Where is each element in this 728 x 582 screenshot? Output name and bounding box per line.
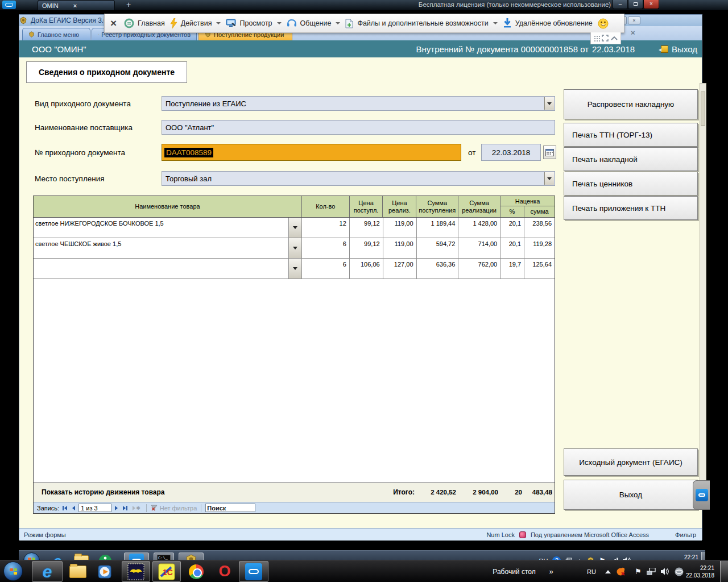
teamviewer-panel-grip[interactable]: [693, 480, 710, 510]
table-row[interactable]: 6 106,06 127,00 636,36 762,00 19,7 125,6…: [34, 259, 555, 279]
app-emblem-icon: [19, 16, 27, 24]
avast-tray-icon[interactable]: [616, 567, 626, 576]
collapse-chevron-icon[interactable]: [611, 36, 618, 40]
location-label: Место поступления: [35, 174, 105, 183]
toolbar-update-button[interactable]: Удалённое обновление: [503, 18, 593, 28]
print-price-tags-button[interactable]: Печать ценников: [564, 172, 698, 196]
doc-type-combo[interactable]: Поступление из ЕГАИС: [162, 96, 555, 111]
no-filter-label[interactable]: Нет фильтра: [160, 505, 197, 512]
toolbar-actions-button[interactable]: Действия: [170, 18, 221, 28]
doc-type-label: Вид приходного документа: [35, 99, 131, 108]
toolbar-close-icon[interactable]: ×: [110, 17, 117, 30]
fullscreen-icon[interactable]: [602, 35, 609, 41]
print-invoice-button[interactable]: Печать накладной: [564, 147, 698, 171]
desktop-toolbar-chevron[interactable]: »: [546, 561, 556, 582]
doc-number-text: Внутренний № документа 000000001858 от: [416, 44, 589, 54]
media-player-icon: [97, 564, 113, 580]
new-session-tab-button[interactable]: +: [121, 0, 136, 10]
search-input[interactable]: [205, 504, 255, 512]
table-header-row: Наименование товара Кол-во Цена поступл.…: [34, 196, 555, 218]
form-exit-button[interactable]: Выход: [564, 480, 698, 510]
local-teamviewer-button[interactable]: [239, 561, 268, 582]
drag-grip-icon[interactable]: [594, 35, 600, 41]
doc-date-field[interactable]: 22.03.2018: [481, 144, 541, 161]
local-tray-icons: ⚑: [635, 560, 684, 582]
window-close-button[interactable]: ×: [643, 0, 659, 9]
record-position[interactable]: 1 из 3: [78, 504, 111, 512]
table-row[interactable]: светлое ЧЕШСКОЕ живое 1,5 6 99,12 119,00…: [34, 238, 555, 259]
monitor-icon: [226, 19, 236, 28]
local-chrome-button[interactable]: [183, 561, 209, 582]
local-show-desktop-button[interactable]: [720, 561, 728, 582]
tab-emblem-icon: [28, 31, 35, 38]
toolbar-files-button[interactable]: Файлы и дополнительные возможности: [345, 19, 497, 28]
last-record-button[interactable]: [121, 505, 129, 511]
local-1c-button[interactable]: 1С: [152, 561, 181, 582]
network-tray-icon[interactable]: [647, 568, 656, 575]
header-exit-button[interactable]: Выход: [672, 44, 697, 54]
show-hidden-icons-button[interactable]: [605, 570, 611, 573]
toolbar-communicate-button[interactable]: Общение: [287, 19, 341, 28]
previous-record-button[interactable]: [71, 505, 77, 511]
local-media-player-button[interactable]: [92, 561, 118, 582]
local-ie-button[interactable]: e: [32, 561, 63, 582]
phone-chat-icon: [287, 19, 297, 28]
total-markup-pct: 20: [502, 489, 522, 496]
access-status-bar: Режим формы Num Lock Под управлением Mic…: [19, 528, 702, 541]
smiley-icon[interactable]: [598, 18, 609, 29]
table-row[interactable]: светлое НИЖЕГОРОДСКОЕ БОЧКОВОЕ 1,5 12 99…: [34, 218, 555, 238]
dropdown-arrow-icon[interactable]: [544, 97, 554, 110]
session-tab-close-icon[interactable]: ×: [73, 2, 77, 9]
local-language-indicator[interactable]: RU: [587, 560, 596, 582]
toolbar-collapse-widget[interactable]: [590, 32, 621, 44]
table-empty-area: [34, 279, 555, 483]
teamviewer-logo-icon: [2, 1, 16, 9]
col-header-markup: Наценка: [500, 196, 555, 206]
row-dropdown-button[interactable]: [289, 238, 302, 258]
thebat-icon: [127, 563, 144, 580]
print-ttn-attachment-button[interactable]: Печать приложения к ТТН: [564, 196, 698, 220]
unpost-invoice-button[interactable]: Распровести накладную: [564, 89, 698, 119]
record-navigator: Запись: 1 из 3 ✱ Нет фильтра: [34, 502, 555, 513]
local-start-button[interactable]: [3, 562, 23, 581]
first-record-button[interactable]: [61, 505, 69, 511]
toolbar-view-button[interactable]: Просмотр: [226, 19, 281, 28]
session-tab[interactable]: OMIN ×: [38, 0, 115, 10]
print-ttn-button[interactable]: Печать ТТН (ТОРГ-13): [564, 123, 698, 147]
row-dropdown-button[interactable]: [289, 259, 302, 278]
app-close-button[interactable]: ×: [628, 16, 640, 24]
file-plus-icon: [345, 19, 354, 28]
local-explorer-button[interactable]: [65, 561, 91, 582]
history-link[interactable]: Показать историю движения товара: [42, 488, 165, 496]
tab-main-menu[interactable]: Главное меню: [22, 28, 90, 40]
filter-indicator: Фильтр: [675, 531, 696, 538]
calendar-button[interactable]: [543, 146, 556, 159]
supplier-field[interactable]: ООО "Атлант": [162, 120, 555, 135]
volume-icon[interactable]: [661, 568, 669, 575]
total-sum-in: 2 420,52: [417, 489, 456, 496]
next-record-button[interactable]: [113, 505, 119, 511]
local-clock[interactable]: 22:2122.03.2018: [686, 560, 714, 582]
desktop-toolbar-label[interactable]: Рабочий стол: [482, 561, 546, 582]
location-combo[interactable]: Торговый зал: [162, 171, 555, 186]
doc-number-field[interactable]: DAAT008589: [162, 144, 461, 161]
toolbar-home-button[interactable]: Главная: [124, 18, 165, 28]
action-center-flag-icon[interactable]: ⚑: [635, 567, 642, 576]
local-opera-button[interactable]: O: [212, 561, 238, 582]
local-taskbar: e 1С O Рабочий стол » RU ⚑ 22:2122.03.20…: [0, 560, 728, 582]
form-scrollbar[interactable]: [700, 83, 706, 509]
source-document-button[interactable]: Исходный документ (ЕГАИС): [564, 448, 698, 476]
window-maximize-button[interactable]: [628, 0, 643, 9]
col-header-markup-group: Наценка % сумма: [500, 196, 555, 217]
teamviewer-icon: [696, 489, 708, 501]
col-header-price-out: Цена реализ.: [383, 196, 416, 217]
dropdown-arrow-icon[interactable]: [544, 172, 554, 185]
numlock-indicator: Num Lock: [486, 531, 515, 538]
form-tab-title: Сведения о приходном документе: [26, 61, 187, 83]
mdi-close-icon[interactable]: ×: [631, 28, 635, 37]
new-record-button[interactable]: ✱: [131, 505, 142, 512]
teamviewer-tray-icon[interactable]: [675, 567, 684, 576]
local-thebat-button[interactable]: [122, 561, 150, 582]
row-dropdown-button[interactable]: [289, 218, 302, 238]
window-minimize-button[interactable]: –: [613, 0, 628, 9]
